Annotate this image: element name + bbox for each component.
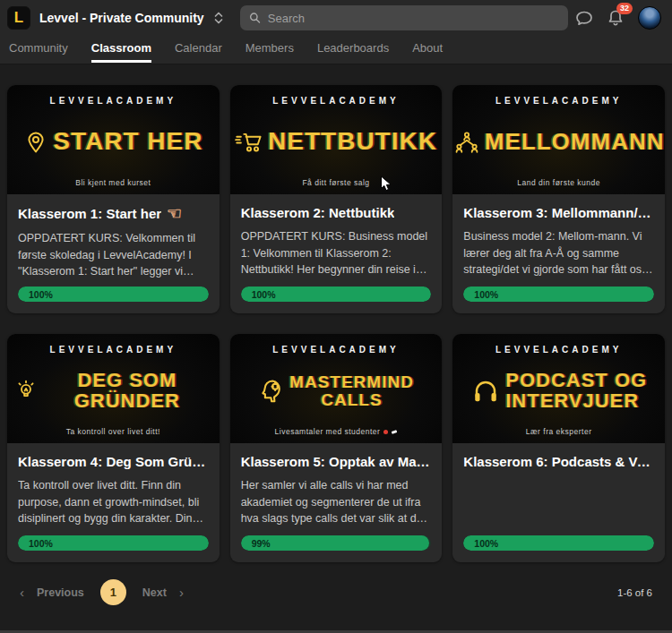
location-pin-icon xyxy=(23,130,48,155)
course-cover-6: LEVVELACADEMY PODCAST OG INTERVJUER Lær … xyxy=(452,334,665,443)
search-bar[interactable] xyxy=(240,5,568,30)
cover-title: MASTERMIND CALLS xyxy=(289,373,414,408)
avatar[interactable] xyxy=(638,6,661,30)
progress-bar: 100% xyxy=(463,535,654,551)
cover-subtitle: Bli kjent med kurset xyxy=(75,178,151,187)
course-cover-2: LEVVELACADEMY NETTBUTIKK Få ditt første … xyxy=(230,85,443,194)
course-title: Klasserom 3: Mellommann/Leadg... xyxy=(463,205,654,220)
course-title: Klasserom 1: Start her xyxy=(18,206,161,221)
cover-brand: LEVVELACADEMY xyxy=(495,345,622,355)
pointing-hand-icon: ☜ xyxy=(167,205,182,222)
previous-button[interactable]: Previous xyxy=(37,586,84,599)
tab-calendar[interactable]: Calendar xyxy=(175,36,222,63)
progress-bar: 100% xyxy=(463,287,654,302)
pagination: ‹ Previous 1 Next › 1-6 of 6 xyxy=(7,562,665,605)
next-chevron-icon[interactable]: › xyxy=(179,586,184,599)
course-description: Ta kontroll over livet ditt. Finn din pu… xyxy=(18,477,209,527)
cover-subtitle: Få ditt første salg xyxy=(302,178,369,187)
course-cover-5: LEVVELACADEMY MASTERMIND CALLS Livesamta… xyxy=(230,334,443,443)
cover-brand: LEVVELACADEMY xyxy=(272,345,399,355)
course-title: Klasserom 4: Deg Som Gründer (... xyxy=(18,454,209,469)
progress-label: 100% xyxy=(241,289,276,300)
chat-button[interactable] xyxy=(575,10,593,27)
course-description: Her samler vi alle calls vi har med akad… xyxy=(241,477,432,527)
classroom-content: LEVVELACADEMY START HER Bli kjent med ku… xyxy=(0,64,672,605)
course-description: OPPDATERT KURS: Velkommen til første sko… xyxy=(18,230,209,280)
course-card-6[interactable]: LEVVELACADEMY PODCAST OG INTERVJUER Lær … xyxy=(452,334,665,562)
course-card-1[interactable]: LEVVELACADEMY START HER Bli kjent med ku… xyxy=(7,85,220,313)
progress-label: 100% xyxy=(18,538,53,549)
course-description: OPPDATERT KURS: Business model 1: Velkom… xyxy=(241,228,432,278)
course-card-2[interactable]: LEVVELACADEMY NETTBUTIKK Få ditt første … xyxy=(230,85,443,313)
page-1-button[interactable]: 1 xyxy=(100,579,126,605)
cover-subtitle: Ta kontroll over livet ditt! xyxy=(66,427,160,436)
chat-bubble-icon xyxy=(575,10,593,27)
search-icon xyxy=(249,12,261,24)
cover-brand: LEVVELACADEMY xyxy=(495,96,622,106)
community-switcher-chevrons-icon[interactable] xyxy=(213,11,224,25)
cover-title: PODCAST OG INTERVJUER xyxy=(505,371,647,411)
course-card-3[interactable]: LEVVELACADEMY MELLOMMANN Land din første… xyxy=(452,85,665,313)
course-cover-1: LEVVELACADEMY START HER Bli kjent med ku… xyxy=(7,85,220,194)
course-cover-3: LEVVELACADEMY MELLOMMANN Land din første… xyxy=(452,85,665,194)
next-button[interactable]: Next xyxy=(142,586,167,599)
course-title: Klasserom 2: Nettbutikk xyxy=(241,205,395,220)
results-range: 1-6 of 6 xyxy=(617,587,652,598)
cover-title: MELLOMMANN xyxy=(485,130,665,154)
top-bar: L Levvel - Private Community 32 xyxy=(0,0,672,36)
progress-bar: 100% xyxy=(241,287,432,302)
progress-bar: 100% xyxy=(18,287,209,302)
notification-count-badge: 32 xyxy=(616,3,633,14)
cover-subtitle: Livesamtaler med studenter xyxy=(275,427,398,436)
cover-subtitle: Land din første kunde xyxy=(517,178,600,187)
shopping-cart-icon xyxy=(235,130,263,155)
tab-leaderboards[interactable]: Leaderboards xyxy=(317,36,389,63)
cover-title: START HER xyxy=(53,129,202,155)
course-card-5[interactable]: LEVVELACADEMY MASTERMIND CALLS Livesamta… xyxy=(230,334,443,562)
cover-subtitle: Lær fra eksperter xyxy=(526,427,592,436)
progress-label: 100% xyxy=(18,289,53,300)
nav-tabs: Community Classroom Calendar Members Lea… xyxy=(0,36,672,64)
cover-brand: LEVVELACADEMY xyxy=(50,345,177,355)
community-logo[interactable]: L xyxy=(7,6,30,30)
cover-title: DEG SOM GRÜNDER xyxy=(42,371,212,411)
course-cover-4: LEVVELACADEMY DEG SOM GRÜNDER Ta kontrol… xyxy=(7,334,220,443)
tab-classroom[interactable]: Classroom xyxy=(91,36,151,63)
progress-label: 100% xyxy=(463,289,498,300)
course-title: Klasserom 6: Podcasts & Valuedr... xyxy=(463,454,654,469)
tab-about[interactable]: About xyxy=(412,36,443,63)
recording-dot-icon xyxy=(383,430,388,434)
progress-bar: 99% xyxy=(241,535,432,551)
course-title: Klasserom 5: Opptak av Mastermi... xyxy=(241,454,432,469)
search-input[interactable] xyxy=(268,12,559,25)
tab-community[interactable]: Community xyxy=(9,36,68,63)
course-grid: LEVVELACADEMY START HER Bli kjent med ku… xyxy=(7,85,665,562)
course-card-4[interactable]: LEVVELACADEMY DEG SOM GRÜNDER Ta kontrol… xyxy=(7,334,220,562)
lightbulb-icon xyxy=(14,380,38,403)
notifications-button[interactable]: 32 xyxy=(607,9,624,27)
head-gear-icon xyxy=(258,378,285,405)
progress-label: 100% xyxy=(463,538,498,549)
recording-mark-icon xyxy=(392,430,398,434)
network-people-icon xyxy=(453,131,480,154)
previous-chevron-icon[interactable]: ‹ xyxy=(20,586,24,599)
headphones-icon xyxy=(470,378,501,405)
cover-brand: LEVVELACADEMY xyxy=(50,96,177,106)
cover-title: NETTBUTIKK xyxy=(268,129,437,155)
tab-members[interactable]: Members xyxy=(246,36,294,63)
community-name: Levvel - Private Community xyxy=(39,11,204,25)
cover-brand: LEVVELACADEMY xyxy=(272,96,399,106)
progress-bar: 100% xyxy=(18,535,209,551)
course-description: Business model 2: Mellom-mann. Vi lærer … xyxy=(463,228,654,278)
progress-label: 99% xyxy=(241,538,271,549)
